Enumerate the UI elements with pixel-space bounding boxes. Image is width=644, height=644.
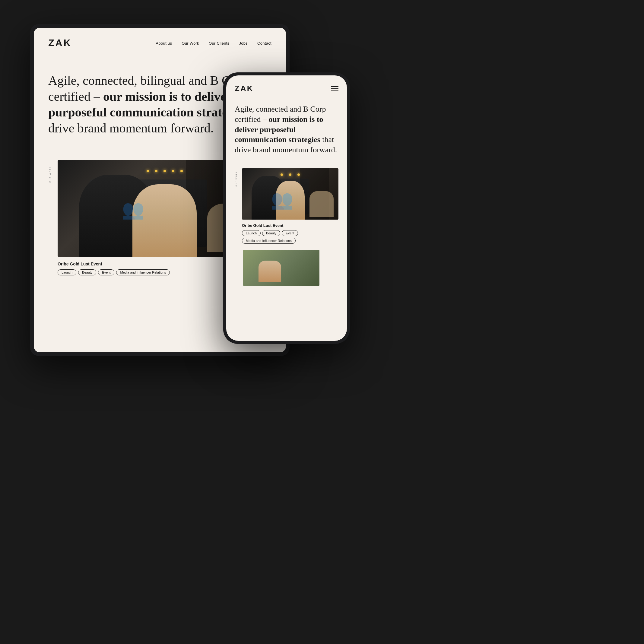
phone-figure-right [276, 181, 305, 220]
phone-work-card[interactable]: Oribe Gold Lust Event Launch Beauty Even… [242, 168, 338, 244]
phone-second-photo [243, 250, 319, 286]
phone-figure-bg [309, 191, 334, 217]
figure-person-right [132, 184, 197, 257]
nav-item-clients[interactable]: Our Clients [209, 40, 229, 46]
phone-device: ZAK Agile, connected and B Corp certifie… [223, 72, 350, 344]
phone-work-label: our work [235, 171, 238, 187]
phone-work-section: our work [226, 162, 347, 244]
tablet-work-label: our work [48, 166, 52, 182]
phone-hero-text: Agile, connected and B Corp certified – … [235, 104, 338, 155]
phone-tag-launch: Launch [242, 230, 261, 236]
phone-nav: ZAK [226, 75, 347, 98]
tablet-nav-links: About us Our Work Our Clients Jobs Conta… [156, 40, 271, 46]
phone-tag-beauty: Beauty [262, 230, 280, 236]
tag-media: Media and Influencer Relations [116, 269, 170, 275]
nav-link-about[interactable]: About us [156, 41, 172, 46]
phone-tag-event: Event [282, 230, 298, 236]
tablet-logo: ZAK [48, 37, 72, 49]
scene: ZAK About us Our Work Our Clients Jobs [0, 0, 644, 644]
nav-link-work[interactable]: Our Work [182, 41, 199, 46]
phone-card-tags: Launch Beauty Event [242, 230, 338, 236]
nav-link-contact[interactable]: Contact [257, 41, 271, 46]
nav-link-clients[interactable]: Our Clients [209, 41, 229, 46]
phone-card-tags-row2: Media and Influencer Relations [242, 238, 338, 244]
hamburger-line-3 [331, 90, 338, 91]
nav-link-jobs[interactable]: Jobs [239, 41, 248, 46]
nav-item-about[interactable]: About us [156, 40, 172, 46]
phone-second-card-image [243, 250, 319, 286]
tag-event: Event [98, 269, 114, 275]
tablet-nav: ZAK About us Our Work Our Clients Jobs [34, 28, 286, 55]
nav-item-contact[interactable]: Contact [257, 40, 271, 46]
phone-card-image [242, 168, 338, 220]
tag-launch: Launch [58, 269, 76, 275]
nav-item-work[interactable]: Our Work [182, 40, 199, 46]
phone-logo: ZAK [235, 84, 253, 93]
hamburger-menu[interactable] [331, 86, 338, 91]
tag-beauty: Beauty [78, 269, 96, 275]
phone-event-photo [242, 168, 338, 220]
phone-card-title: Oribe Gold Lust Event [242, 223, 338, 228]
phone-tag-media: Media and Influencer Relations [242, 238, 296, 244]
nav-item-jobs[interactable]: Jobs [239, 40, 248, 46]
phone-hero: Agile, connected and B Corp certified – … [226, 98, 347, 162]
hamburger-line-2 [331, 88, 338, 89]
hamburger-line-1 [331, 86, 338, 87]
phone-second-card [226, 244, 347, 286]
phone-screen: ZAK Agile, connected and B Corp certifie… [226, 75, 347, 341]
